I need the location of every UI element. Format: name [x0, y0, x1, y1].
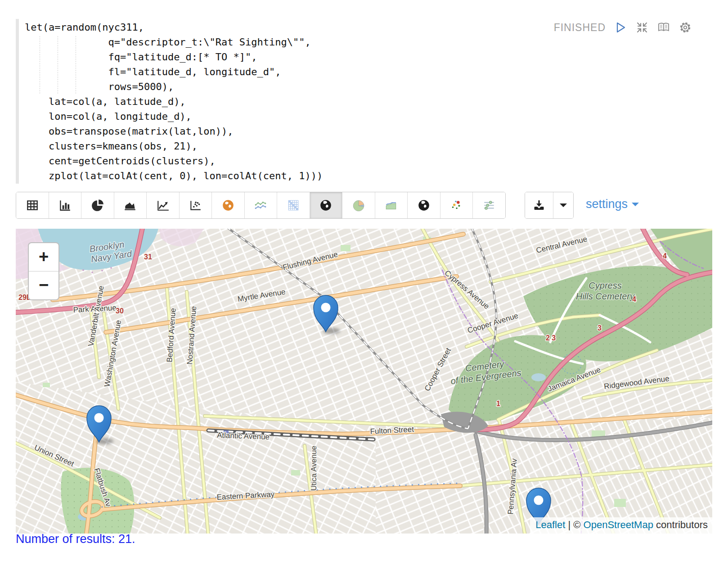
- bar-chart-icon: [58, 199, 72, 212]
- bar-chart-button[interactable]: [49, 192, 82, 218]
- sliders-button[interactable]: [473, 192, 505, 218]
- matrix-grid-button[interactable]: [277, 192, 310, 218]
- zoom-in-button[interactable]: +: [29, 243, 58, 271]
- globe-dark-icon: [417, 199, 431, 212]
- line-chart-icon: [156, 199, 170, 212]
- table-icon: [26, 199, 39, 212]
- code-line: zplot(lat=colAt(cent, 0), lon=colAt(cent…: [25, 168, 323, 183]
- collapse-button[interactable]: [635, 21, 649, 34]
- area-chart-button[interactable]: [114, 192, 147, 218]
- scatter-plot-button[interactable]: [180, 192, 212, 218]
- svg-text:Utica Avenue: Utica Avenue: [310, 446, 318, 491]
- scatter-icon: [189, 199, 202, 212]
- code-editor[interactable]: let(a=random(nyc311, q="descriptor_t:\"R…: [25, 20, 323, 183]
- area-colored-icon: [384, 199, 398, 212]
- result-count-text: Number of results: 21.: [16, 532, 135, 546]
- chart-type-toolbar: [16, 192, 506, 219]
- map-globe-2-button[interactable]: [408, 192, 440, 218]
- settings-label: settings: [586, 197, 628, 211]
- download-icon: [533, 199, 545, 212]
- paragraph-settings-button[interactable]: [679, 21, 692, 34]
- map-tiles: BrooklynNavy Yard Park Avenue Flushing A…: [16, 229, 712, 534]
- chevron-down-icon: [560, 204, 567, 211]
- report-view-button[interactable]: [657, 21, 670, 34]
- download-controls: [525, 192, 574, 219]
- map-globe-orange-button[interactable]: [212, 192, 245, 218]
- svg-text:4: 4: [632, 295, 636, 303]
- sliders-icon: [482, 199, 496, 212]
- svg-text:1: 1: [496, 400, 500, 407]
- table-button[interactable]: [16, 192, 49, 218]
- pie-colored-icon: [352, 199, 365, 212]
- paragraph-status: FINISHED: [554, 22, 606, 34]
- gear-icon: [679, 21, 692, 34]
- globe-orange-icon: [221, 199, 235, 212]
- pie-chart-button[interactable]: [81, 192, 114, 218]
- code-line: clusters=kmeans(obs, 21),: [25, 139, 323, 154]
- compress-icon: [636, 21, 648, 34]
- svg-text:Cypress: Cypress: [589, 280, 621, 290]
- area-chart-colored-button[interactable]: [375, 192, 408, 218]
- map-globe-button-active[interactable]: [310, 192, 343, 218]
- area-chart-icon: [123, 199, 137, 212]
- multi-line-icon: [254, 199, 267, 212]
- pie-chart-colored-button[interactable]: [342, 192, 375, 218]
- svg-text:3: 3: [598, 324, 602, 332]
- multi-series-line-button[interactable]: [245, 192, 278, 218]
- matrix-grid-icon: [287, 199, 300, 212]
- code-line: fq="latitude_d:[* TO *]",: [25, 50, 323, 64]
- code-line: rows=5000),: [25, 79, 323, 94]
- code-line: lon=col(a, longitude_d),: [25, 109, 323, 124]
- code-line: q="descriptor_t:\"Rat Sighting\"",: [25, 35, 323, 50]
- play-icon: [614, 21, 627, 34]
- svg-text:2 3: 2 3: [546, 334, 556, 342]
- svg-text:4: 4: [663, 252, 667, 260]
- book-icon: [657, 21, 670, 34]
- zoom-out-button[interactable]: −: [29, 271, 58, 299]
- line-chart-button[interactable]: [147, 192, 180, 218]
- code-line: lat=col(a, latitude_d),: [25, 94, 323, 109]
- editor-gutter: [16, 19, 19, 184]
- chevron-down-icon: [632, 203, 639, 210]
- attribution-divider: |: [568, 519, 571, 530]
- pie-chart-icon: [91, 199, 104, 212]
- svg-text:31: 31: [144, 253, 152, 261]
- code-line: let(a=random(nyc311,: [25, 20, 323, 35]
- svg-text:Hills Cemetery: Hills Cemetery: [576, 291, 635, 301]
- run-button[interactable]: [614, 21, 627, 34]
- scatter-colored-button[interactable]: [440, 192, 473, 218]
- map-attribution: Leaflet | © OpenStreetMap contributors: [530, 517, 712, 534]
- settings-toggle[interactable]: settings: [586, 197, 639, 211]
- download-options-button[interactable]: [553, 192, 573, 218]
- leaflet-link[interactable]: Leaflet: [535, 519, 565, 530]
- code-line: obs=transpose(matrix(lat,lon)),: [25, 124, 323, 139]
- contributors-text: contributors: [656, 519, 708, 530]
- globe-dark-icon: [319, 199, 333, 212]
- code-line: fl="latitude_d, longitude_d",: [25, 64, 323, 79]
- openstreetmap-link[interactable]: OpenStreetMap: [584, 519, 653, 530]
- copyright-symbol: ©: [573, 519, 580, 530]
- download-button[interactable]: [525, 192, 553, 218]
- scatter-colored-icon: [449, 199, 463, 212]
- svg-text:30: 30: [116, 307, 124, 315]
- leaflet-map[interactable]: BrooklynNavy Yard Park Avenue Flushing A…: [16, 229, 712, 534]
- zoom-control: + −: [28, 242, 59, 300]
- code-line: cent=getCentroids(clusters),: [25, 154, 323, 168]
